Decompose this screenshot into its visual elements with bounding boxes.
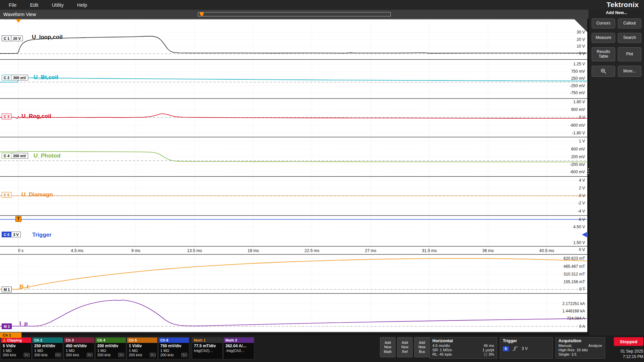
scale-label: 1.25 V	[573, 62, 585, 66]
badge-scale: 1 V/div	[127, 343, 157, 348]
trigger-panel[interactable]: Trigger 6 3 V	[500, 337, 553, 359]
trigger-position-marker[interactable]	[16, 19, 21, 23]
bottom-badge-ch-5[interactable]: Ch 51 V/div1 MΩ200 kHzBw	[127, 337, 158, 359]
zoom-button[interactable]	[592, 66, 615, 77]
menu-items: FileEditUtilityHelp	[0, 2, 101, 8]
time-label: 22.5 ms	[305, 248, 319, 253]
bottom-badge-math-1[interactable]: Math 177.5 mT/divIntg(Ch2)…	[192, 337, 223, 359]
channel-badge-c6[interactable]: C 63 V	[2, 232, 21, 237]
zoom-corner-icon[interactable]	[574, 19, 587, 32]
channel-badge-c4[interactable]: C 4200 mV	[2, 153, 28, 159]
badge-header-label: Ch 2	[34, 338, 42, 342]
badge-row2: 1 MΩ	[1, 348, 31, 353]
channel-scale-label: 20 V	[11, 36, 23, 41]
trigger-level: 3 V	[522, 346, 528, 351]
record-view-navigator[interactable]	[198, 12, 391, 16]
results-table-button[interactable]: Results Table	[592, 47, 615, 61]
run-stop-button[interactable]: Stopped	[614, 337, 643, 346]
scale-label: 200 mV	[571, 155, 585, 159]
bandwidth-limit-icon: Bw	[181, 353, 187, 357]
time-label: 18 ms	[248, 248, 259, 253]
search-button[interactable]: Search	[618, 33, 641, 43]
scale-label: 4 V	[579, 178, 585, 183]
menu-help[interactable]: Help	[77, 2, 87, 8]
cursors-button[interactable]: Cursors	[592, 18, 615, 28]
channel-id-label: C 3	[2, 114, 11, 119]
scale-label: -250 mV	[570, 83, 585, 88]
badge-row2: 1 MΩ	[127, 348, 157, 353]
horizontal-panel[interactable]: Horizontal 4.5 ms/div45 msSR: 1 MS/s1 μs…	[429, 337, 497, 359]
waveform-view[interactable]: U_loop,coil30 V20 V10 V0 VU_Bt,coil1.25 …	[0, 19, 587, 333]
menu-edit[interactable]: Edit	[30, 2, 38, 8]
badge-bandwidth: 200 kHz	[34, 353, 48, 357]
channel-c2: U_Bt,coil1.25 V750 mV250 mV-250 mV-750 m…	[0, 62, 587, 95]
plot-button[interactable]: Plot	[618, 47, 641, 61]
scale-label: 724.084 A	[567, 316, 585, 321]
bottom-badge-ch-2[interactable]: Ch 2250 mV/div1 MΩ200 kHzBw	[32, 337, 63, 359]
badge-scale: 5 V/div	[1, 343, 31, 348]
sidebar: Add New... CursorsCalloutMeasureSearchRe…	[589, 10, 644, 335]
more-button[interactable]: More...	[618, 66, 641, 77]
scale-label: 2 V	[579, 186, 585, 190]
channel-badge-c5[interactable]: C 5	[2, 192, 11, 198]
bottom-badge-ch-6[interactable]: Ch 6750 mV/div1 MΩ200 kHzBw	[158, 337, 189, 359]
add-new-label[interactable]: Add New...	[589, 10, 644, 15]
selected-channel-tab[interactable]: Ch 1	[0, 333, 21, 338]
bottom-badge-ch-3[interactable]: Ch 3450 mV/div1 MΩ200 kHzBw	[64, 337, 95, 359]
trace-label-c2: U_Bt,coil	[34, 74, 58, 80]
horizontal-row-right: 45 ms	[484, 344, 494, 348]
channel-badge-c2[interactable]: C 2300 mV	[2, 75, 28, 80]
scale-label: 0 V	[579, 115, 585, 120]
badge-scale: 200 mV/div	[96, 343, 126, 348]
channel-id-label: M 2	[2, 323, 12, 329]
trace-m2	[0, 300, 587, 326]
badge-bandwidth: 200 kHz	[3, 353, 16, 357]
trace-c5	[0, 196, 587, 196]
menu-file[interactable]: File	[9, 2, 16, 8]
scale-label: 6 V	[579, 217, 585, 222]
magnifier-icon	[0, 19, 5, 24]
channel-badge-c3[interactable]: C 3	[2, 114, 11, 119]
clipping-warning-icon: ⚠	[3, 338, 6, 343]
waveform-view-title: Waveform View	[3, 12, 36, 17]
horizontal-row-right: 1 μs/pt	[482, 348, 494, 352]
channel-badge-m1[interactable]: M 1	[2, 287, 12, 292]
panel-resize-handle[interactable]	[588, 167, 589, 175]
bottom-badge-clipping[interactable]: ⚠Clipping5 V/div1 MΩ200 kHzBw	[1, 337, 32, 359]
scale-label: 250 mV	[571, 76, 585, 81]
callout-button[interactable]: Callout	[618, 18, 641, 28]
acquisition-analyze: Analyze	[588, 344, 602, 348]
bottom-badge-ch-4[interactable]: Ch 4200 mV/div1 MΩ200 kHzBw	[95, 337, 126, 359]
bandwidth-limit-icon: Bw	[87, 353, 93, 357]
menu-utility[interactable]: Utility	[52, 2, 63, 8]
channel-id-label: C 5	[2, 192, 11, 198]
add-new-ref-button[interactable]: AddNewRef	[397, 337, 413, 357]
badge-header-label: Clipping	[7, 338, 22, 342]
add-new-math-button[interactable]: AddNewMath	[380, 337, 395, 357]
trace-label-c3: U_Rog,coil	[21, 113, 51, 119]
trigger-source-badge[interactable]: T	[15, 216, 21, 222]
channel-c5: U_Diamagn4 V2 V0 V-2 V-4 V	[0, 178, 587, 214]
time-label: 4.5 ms	[71, 248, 84, 253]
channel-scale-label: 200 mV	[11, 153, 28, 159]
acquisition-count: Single: 1/1	[558, 352, 577, 356]
trace-c3	[0, 114, 587, 118]
acquisition-panel[interactable]: Acquisition Manual, Analyze High Res: 16…	[555, 337, 605, 359]
scale-label: -900 mV	[570, 123, 585, 128]
acquisition-mode: Manual,	[558, 344, 572, 348]
channel-badge-c1[interactable]: C 120 V	[2, 36, 23, 41]
scale-label: 310.312 mT	[564, 272, 585, 277]
trigger-title: Trigger	[503, 339, 550, 343]
trigger-level-marker[interactable]	[582, 232, 587, 237]
bottom-badge-math-2[interactable]: Math 2362.04 A/…-Intg(Ch3…	[223, 337, 254, 359]
channel-badge-m2[interactable]: M 2	[2, 323, 12, 329]
badge-header-label: Math 2	[225, 338, 237, 342]
measure-button[interactable]: Measure	[592, 33, 615, 43]
add-new-bus-button[interactable]: AddNewBus	[414, 337, 430, 357]
badge-row2: 1 MΩ	[33, 348, 63, 353]
scale-label: 1.80 V	[573, 100, 585, 104]
scale-label: 4.50 V	[573, 225, 585, 229]
rising-edge-icon	[512, 346, 519, 351]
scale-label: 750 mV	[571, 69, 585, 74]
badge-header-label: Ch 3	[66, 338, 74, 342]
